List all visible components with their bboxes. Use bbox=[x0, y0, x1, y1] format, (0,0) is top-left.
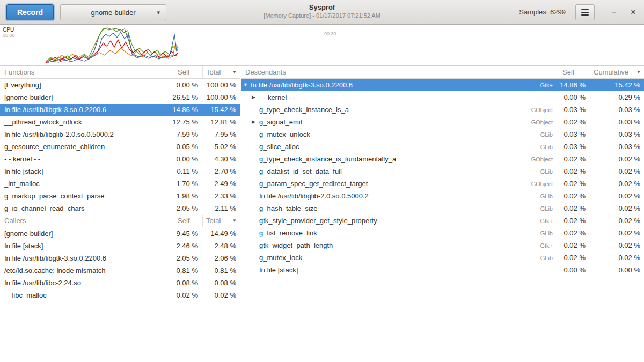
cpu-timeline[interactable]: CPU 00:00 00:30 bbox=[0, 25, 644, 66]
cell-self-percent: 0.81 % bbox=[172, 267, 203, 275]
cell-function-name: g_resource_enumerate_children bbox=[0, 143, 172, 151]
table-row[interactable]: - - kernel - -0.00 %4.30 % bbox=[0, 153, 240, 165]
cell-total-percent: 2.33 % bbox=[203, 192, 240, 200]
cell-total-percent: 0.81 % bbox=[203, 267, 240, 275]
cell-library-name: GLib bbox=[521, 168, 558, 175]
table-row[interactable]: __libc_malloc0.02 %0.02 % bbox=[0, 289, 240, 301]
minimize-button[interactable]: − bbox=[606, 5, 621, 20]
table-row[interactable]: [gnome-builder]26.51 %100.00 % bbox=[0, 91, 240, 104]
record-button[interactable]: Record bbox=[6, 4, 54, 20]
descendants-table: ▼In file /usr/lib/libgtk-3.so.0.2200.6Gt… bbox=[241, 79, 644, 362]
process-selector-label: gnome-builder bbox=[91, 9, 135, 17]
cell-library-name: Gtk+ bbox=[521, 242, 558, 249]
cell-self-percent: 0.03 % bbox=[558, 106, 590, 114]
table-row[interactable]: ▼In file /usr/lib/libgtk-3.so.0.2200.6Gt… bbox=[241, 79, 644, 91]
table-row[interactable]: gtk_style_provider_get_style_propertyGtk… bbox=[241, 215, 644, 227]
cell-self-percent: 0.03 % bbox=[558, 143, 590, 151]
table-row[interactable]: In file [stack]2.46 %2.48 % bbox=[0, 240, 240, 252]
table-row[interactable]: In file /usr/lib/libglib-2.0.so.0.5000.2… bbox=[241, 190, 644, 202]
table-row[interactable]: g_hash_table_sizeGLib0.02 %0.02 % bbox=[241, 202, 644, 215]
cell-library-name: GObject bbox=[521, 107, 558, 113]
expander-open-icon[interactable]: ▼ bbox=[243, 83, 251, 87]
expander-closed-icon[interactable]: ▶ bbox=[252, 120, 259, 124]
table-row[interactable]: g_type_check_instance_is_fundamentally_a… bbox=[241, 153, 644, 165]
cell-function-name: In file [stack] bbox=[0, 242, 172, 250]
descendants-column-header[interactable]: Descendants bbox=[241, 66, 558, 78]
cell-library-name: GObject bbox=[521, 156, 558, 162]
functions-column-header[interactable]: Functions bbox=[0, 66, 172, 78]
callers-self-column-header[interactable]: Self bbox=[172, 215, 203, 227]
table-row[interactable]: g_type_check_instance_is_aGObject0.03 %0… bbox=[241, 104, 644, 116]
left-panel: Functions Self Total ▼ [Everything]0.00 … bbox=[0, 66, 240, 362]
cell-self-percent: 14.86 % bbox=[172, 106, 203, 114]
menu-button[interactable] bbox=[575, 4, 595, 20]
table-row[interactable]: In file /usr/lib/libgtk-3.so.0.2200.614.… bbox=[0, 104, 240, 116]
functions-header: Functions Self Total ▼ bbox=[0, 66, 240, 79]
cell-total-percent: 0.02 % bbox=[203, 291, 240, 299]
functions-self-column-header[interactable]: Self bbox=[172, 66, 203, 78]
descendants-cumulative-column-header[interactable]: Cumulative ▼ bbox=[590, 66, 644, 78]
cell-cumulative-percent: 0.02 % bbox=[590, 167, 644, 175]
table-row[interactable]: In file [stack]0.11 %2.70 % bbox=[0, 165, 240, 178]
callers-column-header[interactable]: Callers bbox=[0, 215, 172, 227]
table-row[interactable]: In file /usr/lib/libglib-2.0.so.0.5000.2… bbox=[0, 128, 240, 141]
cell-function-name: g_list_remove_link bbox=[259, 229, 521, 237]
cell-function-name: g_io_channel_read_chars bbox=[0, 204, 172, 212]
cell-function-name: g_slice_alloc bbox=[259, 143, 521, 151]
cell-self-percent: 9.45 % bbox=[172, 230, 203, 238]
cell-cumulative-percent: 0.02 % bbox=[590, 192, 644, 200]
table-row[interactable]: g_slice_allocGLib0.03 %0.03 % bbox=[241, 141, 644, 153]
table-row[interactable]: ▶g_signal_emitGObject0.02 %0.03 % bbox=[241, 116, 644, 128]
close-button[interactable]: × bbox=[626, 5, 641, 20]
table-row[interactable]: [gnome-builder]9.45 %14.49 % bbox=[0, 227, 240, 240]
table-row[interactable]: gtk_widget_path_lengthGtk+0.02 %0.02 % bbox=[241, 239, 644, 252]
table-row[interactable]: g_param_spec_get_redirect_targetGObject0… bbox=[241, 178, 644, 190]
cell-function-name: In file /usr/lib/libglib-2.0.so.0.5000.2 bbox=[259, 192, 521, 200]
process-selector[interactable]: gnome-builder ▾ bbox=[60, 4, 166, 20]
table-row[interactable]: g_markup_parse_context_parse1.98 %2.33 % bbox=[0, 190, 240, 202]
cell-cumulative-percent: 0.03 % bbox=[590, 118, 644, 126]
cell-function-name: [gnome-builder] bbox=[0, 230, 172, 238]
cell-function-name: g_datalist_id_set_data_full bbox=[259, 167, 521, 175]
cell-function-name: gtk_style_provider_get_style_property bbox=[259, 217, 521, 225]
cell-function-name: - - kernel - - bbox=[259, 93, 521, 101]
table-row[interactable]: In file /usr/lib/libgtk-3.so.0.2200.62.0… bbox=[0, 252, 240, 264]
table-row[interactable]: __pthread_rwlock_rdlock12.75 %12.81 % bbox=[0, 116, 240, 128]
chevron-down-icon: ▾ bbox=[157, 10, 160, 16]
cell-function-name: - - kernel - - bbox=[0, 155, 172, 163]
cell-total-percent: 7.95 % bbox=[203, 130, 240, 138]
table-row[interactable]: g_io_channel_read_chars2.05 %2.11 % bbox=[0, 202, 240, 215]
app-title: Sysprof bbox=[177, 3, 467, 11]
cell-self-percent: 0.00 % bbox=[172, 155, 203, 163]
table-row[interactable]: g_resource_enumerate_children0.05 %5.02 … bbox=[0, 141, 240, 153]
cell-library-name: GObject bbox=[521, 119, 558, 125]
header-bar: Record gnome-builder ▾ Sysprof [Memory C… bbox=[0, 0, 644, 25]
cell-function-name: [Everything] bbox=[0, 81, 172, 89]
table-row[interactable]: g_mutex_unlockGLib0.03 %0.03 % bbox=[241, 128, 644, 141]
descendants-self-column-header[interactable]: Self bbox=[558, 66, 590, 78]
table-row[interactable]: _int_malloc1.70 %2.49 % bbox=[0, 178, 240, 190]
functions-total-column-header[interactable]: Total ▼ bbox=[203, 66, 240, 78]
cell-function-name: In file /usr/lib/libgtk-3.so.0.2200.6 bbox=[0, 254, 172, 262]
cell-function-name: In file /usr/lib/libc-2.24.so bbox=[0, 279, 172, 287]
table-row[interactable]: ▶- - kernel - -0.00 %0.29 % bbox=[241, 91, 644, 104]
table-row[interactable]: In file [stack]0.00 %0.00 % bbox=[241, 264, 644, 276]
table-row[interactable]: [Everything]0.00 %100.00 % bbox=[0, 79, 240, 91]
table-row[interactable]: /etc/ld.so.cache: inode mismatch0.81 %0.… bbox=[0, 264, 240, 277]
cell-cumulative-percent: 0.02 % bbox=[590, 180, 644, 188]
samples-count: Samples: 6299 bbox=[519, 8, 566, 16]
window-title-area: Sysprof [Memory Capture] - 01/17/2017 07… bbox=[177, 3, 467, 19]
cell-cumulative-percent: 0.03 % bbox=[590, 106, 644, 114]
cell-function-name: g_markup_parse_context_parse bbox=[0, 192, 172, 200]
expander-closed-icon[interactable]: ▶ bbox=[252, 95, 259, 100]
right-panel: Descendants Self Cumulative ▼ ▼In file /… bbox=[241, 66, 644, 362]
sort-descending-icon: ▼ bbox=[232, 218, 237, 223]
cell-function-name: In file /usr/lib/libglib-2.0.so.0.5000.2 bbox=[0, 130, 172, 138]
table-row[interactable]: g_list_remove_linkGLib0.02 %0.02 % bbox=[241, 227, 644, 239]
callers-total-column-header[interactable]: Total ▼ bbox=[203, 215, 240, 227]
table-row[interactable]: g_datalist_id_set_data_fullGLib0.02 %0.0… bbox=[241, 165, 644, 178]
cell-self-percent: 26.51 % bbox=[172, 93, 203, 101]
table-row[interactable]: In file /usr/lib/libc-2.24.so0.08 %0.08 … bbox=[0, 277, 240, 289]
sort-descending-icon: ▼ bbox=[636, 70, 641, 75]
table-row[interactable]: g_mutex_lockGLib0.02 %0.02 % bbox=[241, 252, 644, 264]
